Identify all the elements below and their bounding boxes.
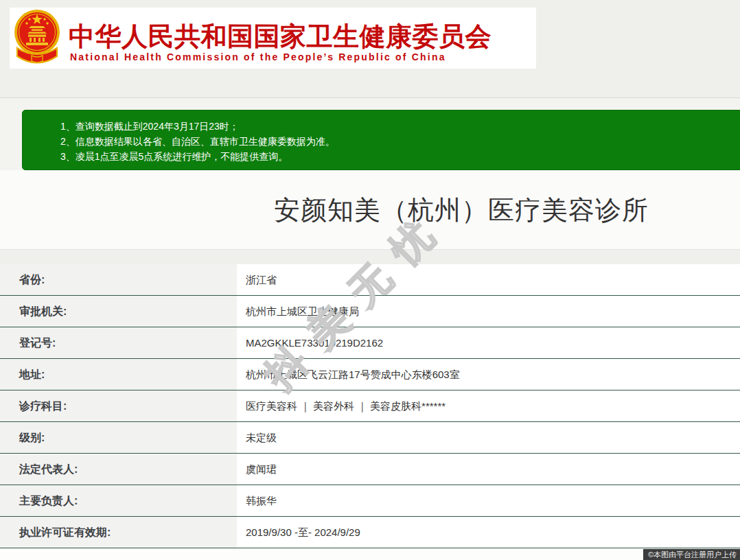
field-value: 韩振华 bbox=[237, 485, 740, 516]
field-value: 浙江省 bbox=[237, 264, 740, 295]
field-label: 省份: bbox=[0, 264, 237, 295]
field-value: 未定级 bbox=[237, 422, 740, 453]
field-label: 地址: bbox=[0, 359, 237, 390]
field-label: 诊疗科目: bbox=[0, 390, 237, 421]
field-value: 杭州市上城区飞云江路17号赞成中心东楼603室 bbox=[237, 359, 740, 390]
table-row: 级别: 未定级 bbox=[0, 422, 740, 454]
notice-line-3: 3、凌晨1点至凌晨5点系统进行维护，不能提供查询。 bbox=[60, 149, 740, 164]
national-emblem-icon bbox=[12, 9, 62, 68]
table-row: 登记号: MA2GKKLE733010219D2162 bbox=[0, 327, 740, 359]
bottom-strip: ©本图由平台注册用户上传 bbox=[0, 548, 740, 560]
table-row: 省份: 浙江省 bbox=[0, 264, 740, 296]
field-value: 2019/9/30 -至- 2024/9/29 bbox=[237, 517, 740, 548]
field-label: 法定代表人: bbox=[0, 454, 237, 485]
field-value: MA2GKKLE733010219D2162 bbox=[237, 327, 740, 358]
field-label: 审批机关: bbox=[0, 296, 237, 327]
notice-box: 1、查询数据截止到2024年3月17日23时； 2、信息数据结果以各省、自治区、… bbox=[22, 110, 740, 170]
divider-band bbox=[0, 249, 740, 264]
field-value: 医疗美容科 ｜ 美容外科 ｜ 美容皮肤科****** bbox=[237, 390, 740, 421]
field-label: 执业许可证有效期: bbox=[0, 517, 237, 548]
notice-line-1: 1、查询数据截止到2024年3月17日23时； bbox=[60, 119, 740, 134]
upload-copyright-note: ©本图由平台注册用户上传 bbox=[643, 549, 740, 560]
table-row: 地址: 杭州市上城区飞云江路17号赞成中心东楼603室 bbox=[0, 359, 740, 390]
field-label: 登记号: bbox=[0, 327, 237, 358]
table-row: 法定代表人: 虞闻珺 bbox=[0, 454, 740, 485]
notice-area: 1、查询数据截止到2024年3月17日23时； 2、信息数据结果以各省、自治区、… bbox=[0, 98, 740, 170]
table-row: 执业许可证有效期: 2019/9/30 -至- 2024/9/29 bbox=[0, 517, 740, 548]
field-label: 主要负责人: bbox=[0, 485, 237, 516]
query-result-page: 中华人民共和国国家卫生健康委员会 National Health Commiss… bbox=[0, 0, 740, 560]
site-header: 中华人民共和国国家卫生健康委员会 National Health Commiss… bbox=[10, 8, 536, 69]
field-value: 杭州市上城区卫生健康局 bbox=[237, 296, 740, 327]
field-label: 级别: bbox=[0, 422, 237, 453]
site-title-chinese: 中华人民共和国国家卫生健康委员会 bbox=[69, 19, 492, 54]
notice-line-2: 2、信息数据结果以各省、自治区、直辖市卫生健康委数据为准。 bbox=[60, 134, 740, 149]
info-table: 省份: 浙江省 审批机关: 杭州市上城区卫生健康局 登记号: MA2GKKLE7… bbox=[0, 264, 740, 548]
table-row: 诊疗科目: 医疗美容科 ｜ 美容外科 ｜ 美容皮肤科****** bbox=[0, 390, 740, 422]
result-title-area: 安颜知美（杭州）医疗美容诊所 bbox=[0, 170, 740, 249]
table-row: 主要负责人: 韩振华 bbox=[0, 485, 740, 517]
site-header-area: 中华人民共和国国家卫生健康委员会 National Health Commiss… bbox=[0, 0, 740, 98]
site-title-english: National Health Commission of the People… bbox=[70, 51, 446, 62]
institution-name: 安颜知美（杭州）医疗美容诊所 bbox=[274, 192, 649, 227]
field-value: 虞闻珺 bbox=[237, 454, 740, 485]
table-row: 审批机关: 杭州市上城区卫生健康局 bbox=[0, 296, 740, 327]
